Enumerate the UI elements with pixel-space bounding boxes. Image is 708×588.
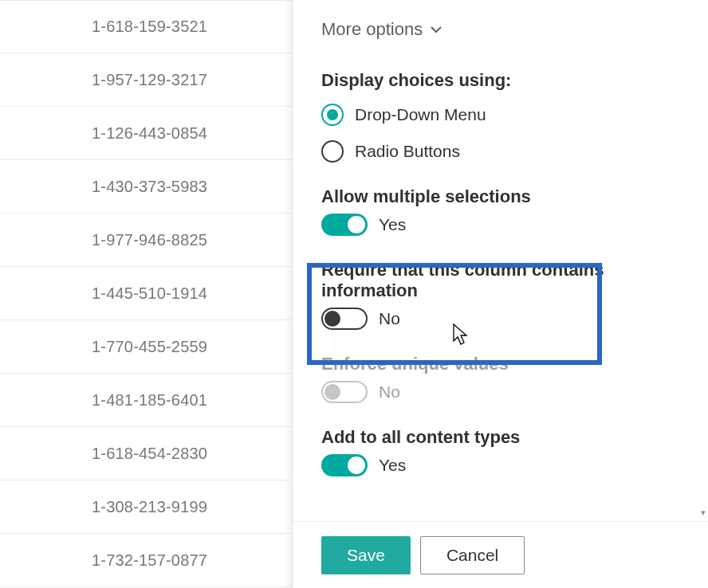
list-item[interactable]: 1-770-455-2559 <box>0 320 295 374</box>
phone-cell: 1-618-159-3521 <box>92 18 207 36</box>
allow-multiple-group: Allow multiple selections Yes <box>321 186 681 236</box>
require-info-group: Require that this column contains inform… <box>321 260 681 330</box>
panel-footer: Save Cancel <box>293 521 708 588</box>
more-options-label: More options <box>321 19 423 40</box>
radio-icon <box>321 104 344 126</box>
save-button[interactable]: Save <box>321 536 411 574</box>
phone-cell: 1-445-510-1914 <box>92 284 207 303</box>
require-info-value: No <box>379 309 400 328</box>
phone-number-list: 1-618-159-3521 1-957-129-3217 1-126-443-… <box>0 0 295 588</box>
radio-label: Radio Buttons <box>355 142 460 161</box>
enforce-unique-toggle <box>321 381 368 403</box>
chevron-down-icon <box>431 24 442 35</box>
list-item[interactable]: 1-977-946-8825 <box>0 214 295 267</box>
radio-dropdown-menu[interactable]: Drop-Down Menu <box>321 104 486 126</box>
phone-cell: 1-481-185-6401 <box>92 391 207 410</box>
require-info-label: Require that this column contains inform… <box>321 260 681 301</box>
phone-cell: 1-430-373-5983 <box>92 178 207 196</box>
panel-surface: More options Display choices using: Drop… <box>292 0 708 588</box>
allow-multiple-toggle[interactable] <box>321 214 368 236</box>
phone-cell: 1-957-129-3217 <box>92 71 207 89</box>
scroll-down-icon[interactable]: ▾ <box>698 507 708 518</box>
more-options-toggle[interactable]: More options <box>321 19 442 40</box>
radio-radio-buttons[interactable]: Radio Buttons <box>321 140 460 163</box>
list-item[interactable]: 1-618-454-2830 <box>0 427 295 480</box>
phone-cell: 1-126-443-0854 <box>92 124 207 143</box>
list-item[interactable]: 1-481-185-6401 <box>0 374 295 427</box>
phone-cell: 1-308-213-9199 <box>92 498 207 516</box>
list-item[interactable]: 1-957-129-3217 <box>0 53 295 107</box>
add-all-types-group: Add to all content types Yes <box>321 427 681 476</box>
radio-icon <box>321 140 344 163</box>
phone-cell: 1-977-946-8825 <box>92 231 207 249</box>
enforce-unique-label: Enforce unique values <box>321 354 681 374</box>
phone-cell: 1-770-455-2559 <box>92 338 207 356</box>
phone-cell: 1-618-454-2830 <box>92 445 207 463</box>
enforce-unique-value: No <box>379 382 400 402</box>
cancel-button[interactable]: Cancel <box>420 536 525 574</box>
add-all-types-value: Yes <box>379 456 406 475</box>
allow-multiple-label: Allow multiple selections <box>321 186 681 207</box>
list-item[interactable]: 1-430-373-5983 <box>0 160 295 214</box>
list-item[interactable]: 1-732-157-0877 <box>0 534 295 587</box>
enforce-unique-group: Enforce unique values No <box>321 354 681 403</box>
add-all-types-label: Add to all content types <box>321 427 681 448</box>
list-item[interactable]: 1-308-213-9199 <box>0 480 295 534</box>
display-choices-label: Display choices using: <box>321 70 681 91</box>
phone-cell: 1-732-157-0877 <box>92 551 207 570</box>
list-item[interactable]: 1-445-510-1914 <box>0 267 295 320</box>
panel-body: More options Display choices using: Drop… <box>293 0 697 518</box>
cancel-button-label: Cancel <box>446 546 498 565</box>
column-settings-panel: More options Display choices using: Drop… <box>292 0 708 588</box>
radio-label: Drop-Down Menu <box>355 105 486 124</box>
add-all-types-toggle[interactable] <box>321 454 368 476</box>
panel-scrollbar[interactable]: ▾ <box>698 0 705 518</box>
list-item[interactable]: 1-618-159-3521 <box>0 0 295 53</box>
list-item[interactable]: 1-126-443-0854 <box>0 107 295 160</box>
save-button-label: Save <box>347 546 385 565</box>
allow-multiple-value: Yes <box>379 215 406 234</box>
require-info-toggle[interactable] <box>321 308 368 330</box>
